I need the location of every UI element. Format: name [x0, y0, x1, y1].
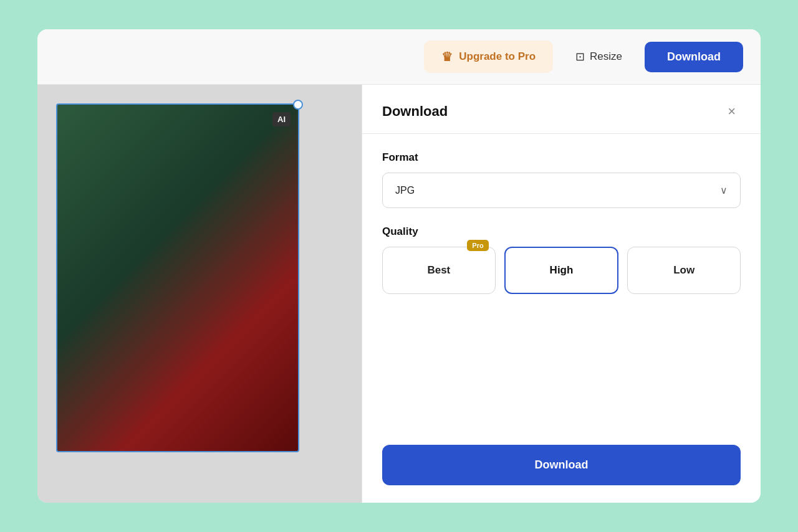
selection-handle[interactable]: [293, 100, 303, 110]
quality-label: Quality: [382, 226, 741, 238]
download-main-label: Download: [535, 458, 589, 471]
image-canvas: AI: [56, 103, 299, 452]
format-selected-value: JPG: [395, 185, 415, 196]
crown-icon: ♛: [441, 49, 453, 64]
close-icon: ×: [728, 103, 736, 119]
quality-high-button[interactable]: High: [504, 247, 619, 294]
quality-best-label: Best: [427, 264, 450, 276]
resize-label: Resize: [590, 50, 622, 63]
resize-icon: ⊡: [575, 50, 585, 64]
download-header-label: Download: [667, 50, 721, 63]
canvas-area: AI: [37, 85, 362, 503]
close-button[interactable]: ×: [723, 102, 741, 121]
download-header-button[interactable]: Download: [645, 42, 743, 72]
chevron-down-icon: ∨: [720, 184, 728, 196]
header: ♛ Upgrade to Pro ⊡ Resize Download: [37, 29, 761, 85]
quality-section: Quality Pro Best High Low: [382, 226, 741, 294]
quality-low-button[interactable]: Low: [627, 247, 741, 294]
quality-high-label: High: [550, 264, 574, 276]
pro-badge: Pro: [467, 240, 488, 251]
panel-title: Download: [382, 103, 448, 120]
app-container: ♛ Upgrade to Pro ⊡ Resize Download AI Do…: [37, 29, 761, 503]
resize-button[interactable]: ⊡ Resize: [563, 41, 635, 72]
panel-footer: Download: [362, 445, 761, 503]
download-main-button[interactable]: Download: [382, 445, 741, 485]
format-select-wrapper: JPG ∨: [382, 173, 741, 208]
format-section: Format JPG ∨: [382, 151, 741, 208]
format-select[interactable]: JPG ∨: [382, 173, 741, 208]
panel-header: Download ×: [362, 85, 761, 134]
quality-low-label: Low: [673, 264, 695, 276]
ai-badge: AI: [272, 112, 291, 126]
panel-body: Format JPG ∨ Quality Pro Best: [362, 134, 761, 445]
format-label: Format: [382, 151, 741, 164]
upgrade-label: Upgrade to Pro: [459, 50, 536, 63]
upgrade-to-pro-button[interactable]: ♛ Upgrade to Pro: [424, 40, 553, 73]
quality-options: Pro Best High Low: [382, 247, 741, 294]
download-panel: Download × Format JPG ∨: [362, 85, 761, 503]
main-content: AI Download × Format JPG ∨: [37, 85, 761, 503]
quality-best-button[interactable]: Pro Best: [382, 247, 496, 294]
